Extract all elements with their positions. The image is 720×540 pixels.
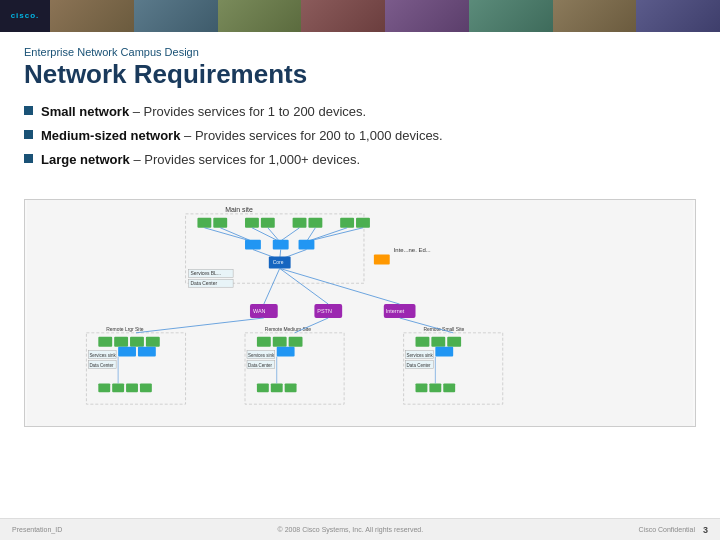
subtitle: Enterprise Network Campus Design [24,46,696,58]
svg-rect-82 [271,384,283,393]
bullet-rest-2: – Provides services for 200 to 1,000 dev… [180,128,442,143]
banner-photo-3 [218,0,302,32]
footer-copyright: © 2008 Cisco Systems, Inc. All rights re… [278,526,424,533]
banner-photos [50,0,720,32]
banner-photo-8 [636,0,720,32]
banner-photo-5 [385,0,469,32]
bullet-square-3 [24,154,33,163]
main-content: Enterprise Network Campus Design Network… [0,32,720,191]
page-title: Network Requirements [24,60,696,89]
svg-text:Services sink: Services sink [248,353,275,358]
svg-rect-53 [138,347,156,357]
svg-rect-9 [340,218,354,228]
svg-rect-32 [374,255,390,265]
svg-rect-5 [245,218,259,228]
footer-page-number: 3 [703,525,708,535]
bullet-bold-1: Small network [41,104,129,119]
svg-rect-56 [257,337,271,347]
svg-text:Data Center: Data Center [89,363,114,368]
banner-photo-7 [553,0,637,32]
svg-rect-7 [293,218,307,228]
svg-text:PSTN: PSTN [317,308,332,314]
svg-rect-84 [416,384,428,393]
banner-photo-6 [469,0,553,32]
banner-photo-1 [50,0,134,32]
svg-rect-44 [98,337,112,347]
svg-rect-81 [257,384,269,393]
bullet-bold-3: Large network [41,152,130,167]
bullet-list: Small network – Provides services for 1 … [24,103,696,170]
cisco-logo: cisco. [0,0,50,32]
bullet-rest-1: – Provides services for 1 to 200 devices… [129,104,366,119]
bullet-square-2 [24,130,33,139]
svg-rect-68 [447,337,461,347]
svg-text:Remote Lrgr Site: Remote Lrgr Site [106,327,144,332]
svg-rect-19 [245,240,261,250]
cisco-logo-text: cisco. [11,12,40,21]
svg-rect-57 [273,337,287,347]
svg-rect-3 [197,218,211,228]
svg-rect-20 [273,240,289,250]
svg-text:Services BL...: Services BL... [191,271,221,276]
bullet-bold-2: Medium-sized network [41,128,180,143]
bullet-rest-3: – Provides services for 1,000+ devices. [130,152,360,167]
svg-rect-80 [140,384,152,393]
svg-rect-47 [146,337,160,347]
svg-rect-78 [112,384,124,393]
svg-rect-10 [356,218,370,228]
svg-rect-63 [277,347,295,357]
top-banner: cisco. [0,0,720,32]
banner-photo-2 [134,0,218,32]
footer-right: Cisco Confidential 3 [639,525,708,535]
footer-presentation-id: Presentation_ID [12,526,62,533]
svg-text:Data Center: Data Center [191,281,218,286]
svg-text:Internet: Internet [386,308,405,314]
network-diagram-container: Main site Core [24,199,696,427]
footer: Presentation_ID © 2008 Cisco Systems, In… [0,518,720,540]
bullet-item-small: Small network – Provides services for 1 … [24,103,696,121]
svg-rect-45 [114,337,128,347]
svg-rect-77 [98,384,110,393]
footer-confidential: Cisco Confidential [639,526,695,533]
network-diagram-svg: Main site Core [25,200,695,426]
svg-text:Data Center: Data Center [407,363,432,368]
bullet-item-large: Large network – Provides services for 1,… [24,151,696,169]
svg-text:Inte...ne. Ed...: Inte...ne. Ed... [394,247,431,253]
bullet-square-1 [24,106,33,115]
svg-rect-52 [118,347,136,357]
svg-rect-8 [308,218,322,228]
bullet-text-3: Large network – Provides services for 1,… [41,151,360,169]
bullet-text-1: Small network – Provides services for 1 … [41,103,366,121]
svg-rect-83 [285,384,297,393]
svg-rect-67 [431,337,445,347]
svg-text:Main site: Main site [225,206,253,213]
svg-rect-4 [213,218,227,228]
svg-rect-73 [435,347,453,357]
svg-text:Remote Small Site: Remote Small Site [423,327,464,332]
svg-rect-21 [299,240,315,250]
svg-rect-6 [261,218,275,228]
bullet-text-2: Medium-sized network – Provides services… [41,127,443,145]
svg-text:Remote Medium Site: Remote Medium Site [265,327,311,332]
svg-text:Data Center: Data Center [248,363,273,368]
svg-rect-46 [130,337,144,347]
svg-rect-86 [443,384,455,393]
svg-text:Services sink: Services sink [89,353,116,358]
svg-rect-79 [126,384,138,393]
svg-text:WAN: WAN [253,308,266,314]
banner-photo-4 [301,0,385,32]
bullet-item-medium: Medium-sized network – Provides services… [24,127,696,145]
svg-rect-66 [416,337,430,347]
svg-text:Services sink: Services sink [407,353,434,358]
svg-text:Core: Core [273,261,284,266]
svg-rect-85 [429,384,441,393]
svg-rect-58 [289,337,303,347]
